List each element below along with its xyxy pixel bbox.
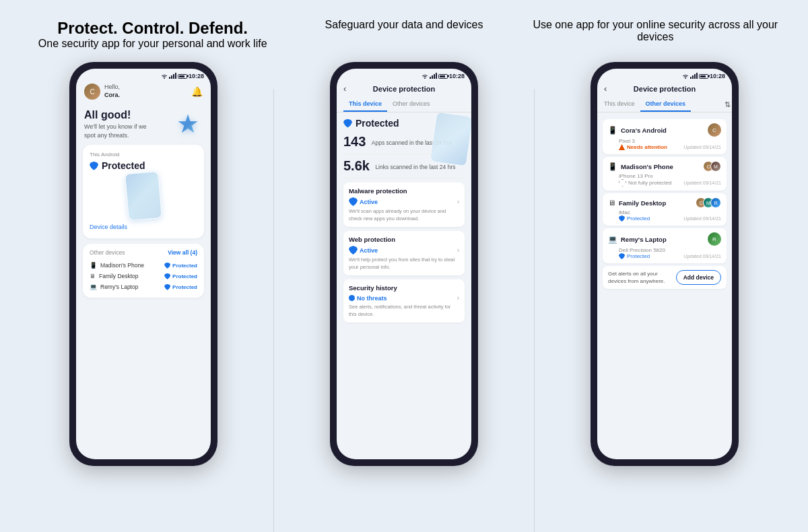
battery-icon xyxy=(178,74,187,79)
dli-left-3: 🖥 Family Desktop xyxy=(608,199,666,207)
other-devices-card: Other devices View all (4) 📱 Madison's P… xyxy=(83,244,204,298)
star-icon: ★ xyxy=(176,109,199,139)
device-item-remys-laptop[interactable]: 💻 Remy's Laptop R Dell Precision 5820 Pr… xyxy=(603,228,727,263)
col2-subtitle: Safeguard your data and devices xyxy=(278,19,529,31)
web-status-row: Active › xyxy=(349,246,459,255)
device-details-link[interactable]: Device details xyxy=(90,221,197,232)
phone-visual xyxy=(90,172,197,220)
signal-icon-3 xyxy=(690,73,698,79)
phone2-screen: 10:28 ‹ Device protection This device Ot… xyxy=(337,69,471,459)
web-desc: We'll help protect you from sites that t… xyxy=(349,257,459,271)
view-all-link[interactable]: View all (4) xyxy=(168,249,197,256)
phone1-frame: 10:28 C Hello, Cora. 🔔 xyxy=(69,62,217,466)
phones-row: 10:28 C Hello, Cora. 🔔 xyxy=(0,50,808,532)
malware-desc: We'll scan apps already on your device a… xyxy=(349,208,459,222)
device-subtitle-coras: Pixel 3 xyxy=(608,138,721,144)
stat-number-1: 143 xyxy=(343,134,366,149)
back-button-p3[interactable]: ‹ xyxy=(604,84,607,94)
phone1-wrapper: 10:28 C Hello, Cora. 🔔 xyxy=(13,62,273,532)
phone2-tabs: This device Other devices xyxy=(337,98,471,112)
header-col1: Protect. Control. Defend. One security a… xyxy=(27,19,278,50)
device-row-2: 🖥 Family Desktop Protected xyxy=(90,271,197,281)
status-ok-remy: Protected xyxy=(619,253,650,259)
no-threats-icon xyxy=(349,295,355,301)
battery-icon-2 xyxy=(438,74,448,79)
nav-title: Device protection xyxy=(373,85,435,93)
back-button[interactable]: ‹ xyxy=(343,84,346,94)
dli-bottom-3: Protected Updated 09/14/21 xyxy=(608,215,721,222)
security-history-section[interactable]: Security history No threats › See alerts… xyxy=(343,279,465,323)
updated-family: Updated 09/14/21 xyxy=(683,216,721,221)
tab-other-devices-p3[interactable]: Other devices xyxy=(640,98,692,112)
device-item-family-desktop[interactable]: 🖥 Family Desktop C M R iMac xyxy=(603,193,727,226)
dli-top-2: 📱 Madison's Phone C M xyxy=(608,161,721,172)
status-time-3: 10:28 xyxy=(710,73,725,79)
status-partial-madison: Not fully protected xyxy=(619,179,671,187)
dli-top-1: 📱 Cora's Android C xyxy=(608,123,721,137)
web-protection-section[interactable]: Web protection Active › We'll help prote… xyxy=(343,231,465,275)
device-status-1: Protected xyxy=(164,263,197,269)
device-name-remys-laptop: 💻 Remy's Laptop xyxy=(90,284,138,290)
history-status-row: No threats › xyxy=(349,294,459,302)
phone3-nav: ‹ Device protection xyxy=(597,81,732,98)
sort-icon[interactable]: ⇅ xyxy=(725,100,731,109)
nav-title-p3: Device protection xyxy=(634,85,696,93)
all-good-block: All good! We'll let you know if we spot … xyxy=(84,109,152,139)
device-name-madison: Madison's Phone xyxy=(621,163,673,170)
phone1-header: C Hello, Cora. 🔔 xyxy=(76,81,211,104)
device-name-family-desktop: 🖥 Family Desktop xyxy=(90,273,139,279)
col3-subtitle: Use one app for your online security acr… xyxy=(530,19,781,43)
notification-icon[interactable]: 🔔 xyxy=(191,86,203,97)
shield-icon-web xyxy=(349,246,358,255)
status-icons-3: 10:28 xyxy=(682,73,725,79)
phone-visual-corner xyxy=(430,112,471,166)
device-name-remy: Remy's Laptop xyxy=(621,236,667,243)
protected-badge: Protected xyxy=(90,160,197,171)
phone2-nav: ‹ Device protection xyxy=(337,81,471,98)
header-col2: Safeguard your data and devices xyxy=(278,19,529,31)
avatars-madison: C M xyxy=(703,161,721,172)
col1-title: Protect. Control. Defend. xyxy=(27,19,278,38)
history-status: No threats xyxy=(349,295,387,302)
shield-icon-malware xyxy=(349,197,358,206)
updated-remy: Updated 09/14/21 xyxy=(683,254,721,259)
tab-this-device[interactable]: This device xyxy=(343,98,387,112)
device-name: Remy's Laptop xyxy=(100,284,138,290)
device-subtitle-remy: Dell Precision 5820 xyxy=(608,247,721,253)
wifi-icon xyxy=(161,73,168,79)
protected-card: This Android Protected Device details xyxy=(83,145,204,238)
phone3-frame: 10:28 ‹ Device protection This device Ot… xyxy=(591,62,739,466)
device-name-family: Family Desktop xyxy=(619,199,666,207)
status-ok-family: Protected xyxy=(619,215,650,222)
device-name-coras: Cora's Android xyxy=(621,127,667,134)
status-time-2: 10:28 xyxy=(449,73,465,79)
signal-icon-2 xyxy=(430,73,437,79)
avatar-coras: C xyxy=(708,123,721,137)
web-status: Active xyxy=(349,246,378,255)
other-devices-label: Other devices xyxy=(90,249,125,256)
device-item-coras-android[interactable]: 📱 Cora's Android C Pixel 3 Needs attenti… xyxy=(603,119,727,154)
shield-outline-icon xyxy=(619,179,626,187)
dli-top-3: 🖥 Family Desktop C M R xyxy=(608,197,721,208)
phone2-content: Protected 143 Apps scanned in the last 2… xyxy=(337,112,471,459)
phone-icon-p3: 📱 xyxy=(608,126,617,135)
dli-bottom-4: Protected Updated 09/14/21 xyxy=(608,253,721,259)
desktop-icon: 🖥 xyxy=(90,273,96,279)
phone2-frame: 10:28 ‹ Device protection This device Ot… xyxy=(330,62,478,466)
tab-other-devices[interactable]: Other devices xyxy=(387,98,436,112)
avatar-name: C Hello, Cora. xyxy=(84,84,120,100)
avatar-m2: M xyxy=(710,161,721,172)
device-row-1: 📱 Madison's Phone Protected xyxy=(90,260,197,271)
device-item-madisons[interactable]: 📱 Madison's Phone C M iPhone 13 Pro xyxy=(603,157,727,191)
shield-icon xyxy=(90,162,98,170)
add-device-bar: Get alerts on all your devices from anyw… xyxy=(603,266,727,289)
add-device-button[interactable]: Add device xyxy=(676,270,721,285)
status-icons: 10:28 xyxy=(161,73,204,79)
malware-protection-section[interactable]: Malware protection Active › We'll scan a… xyxy=(343,182,465,227)
updated-madison: Updated 09/14/21 xyxy=(683,180,721,185)
tab-this-device-p3[interactable]: This device xyxy=(599,98,640,112)
device-status-2: Protected xyxy=(164,273,197,279)
chevron-right-icon: › xyxy=(457,198,459,205)
phone2-status-bar: 10:28 xyxy=(337,69,471,81)
shield-icon-p2 xyxy=(343,119,352,128)
